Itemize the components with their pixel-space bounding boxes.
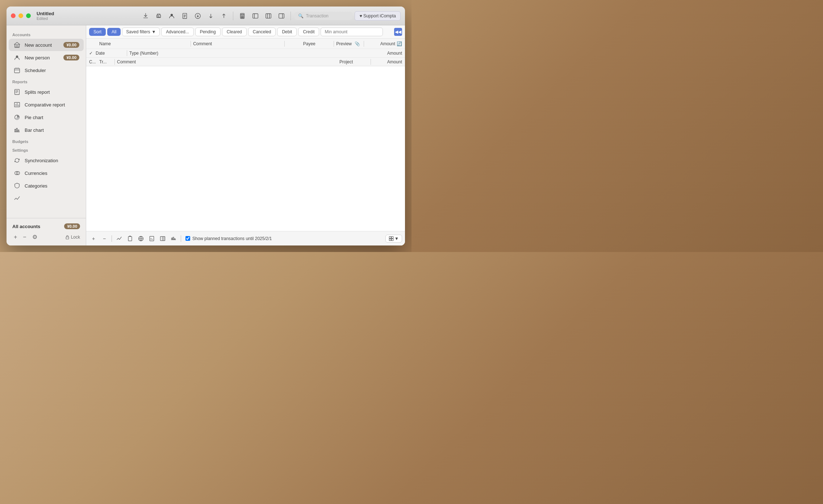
calendar-icon xyxy=(13,66,21,74)
col-header-amount2[interactable]: Amount xyxy=(373,51,402,56)
app-title-subtitle: Edited xyxy=(37,16,54,21)
sidebar-right-icon[interactable] xyxy=(276,10,287,21)
bar-chart-bottom-button[interactable] xyxy=(169,234,178,243)
sidebar-settings-button[interactable]: ⚙ xyxy=(31,233,39,241)
clipboard-button[interactable] xyxy=(126,234,134,243)
sidebar-item-bar-chart[interactable]: Bar chart xyxy=(9,124,84,136)
lock-label: Lock xyxy=(71,235,80,240)
sidebar-item-splits-report[interactable]: Splits report xyxy=(9,86,84,98)
sidebar-item-new-person[interactable]: New person ¥0.00 xyxy=(9,51,84,64)
divider3 xyxy=(334,41,334,47)
add-transaction-button[interactable]: + xyxy=(89,234,98,243)
support-button[interactable]: ♥ Support iCompta xyxy=(355,11,401,21)
sidebar-item-scheduler[interactable]: Scheduler xyxy=(9,64,84,76)
close-button[interactable] xyxy=(11,13,16,18)
sidebar-item-new-account[interactable]: New account ¥0.00 xyxy=(9,39,84,51)
col-header-type[interactable]: Type (Number) xyxy=(129,51,373,56)
min-amount-input[interactable] xyxy=(321,28,383,36)
svg-rect-25 xyxy=(128,236,132,241)
svg-rect-27 xyxy=(150,236,154,241)
planned-checkbox-input[interactable] xyxy=(185,236,190,241)
print-icon[interactable] xyxy=(153,10,164,21)
table-body xyxy=(86,66,405,231)
new-account-badge: ¥0.00 xyxy=(63,42,79,48)
sort-button[interactable]: Sort xyxy=(89,28,106,36)
filter-prev-button[interactable]: ◀◀ xyxy=(394,28,402,36)
col-header-comment2[interactable]: Comment xyxy=(117,59,339,64)
grid-view-button[interactable]: ▼ xyxy=(385,235,402,243)
col-header-project[interactable]: Project xyxy=(339,59,368,64)
arrow-up-icon[interactable] xyxy=(218,10,229,21)
sidebar-add-button[interactable]: + xyxy=(12,233,18,241)
advanced-filter-button[interactable]: Advanced... xyxy=(161,28,193,36)
sidebar-item-categories[interactable]: Categories xyxy=(9,180,84,192)
comparative-report-label: Comparative report xyxy=(25,102,79,108)
pie-chart-icon xyxy=(13,113,21,121)
maximize-button[interactable] xyxy=(26,13,31,18)
sync-icon xyxy=(13,156,21,164)
col-header-amount[interactable]: Amount xyxy=(366,41,395,46)
debit-filter-button[interactable]: Debit xyxy=(277,28,297,36)
globe-button[interactable] xyxy=(137,234,145,243)
sidebar-item-synchronization[interactable]: Synchronization xyxy=(9,154,84,167)
line-chart-button[interactable] xyxy=(115,234,124,243)
sidebar-item-comparative-report[interactable]: Comparative report xyxy=(9,98,84,111)
col-header-preview[interactable]: Preview xyxy=(336,41,352,46)
col-header-date[interactable]: Date xyxy=(96,51,125,56)
bottom-bar: + − xyxy=(86,231,405,245)
document-chart-button[interactable] xyxy=(147,234,156,243)
document-icon[interactable] xyxy=(179,10,190,21)
currencies-label: Currencies xyxy=(25,171,79,176)
sidebar-item-more-settings[interactable] xyxy=(9,192,84,205)
col-header-comment[interactable]: Comment xyxy=(193,41,282,46)
svg-point-9 xyxy=(241,17,242,17)
columns-button[interactable] xyxy=(158,234,167,243)
search-box[interactable]: 🔍 Transaction xyxy=(294,12,352,20)
separator-2 xyxy=(291,12,291,20)
credit-filter-button[interactable]: Credit xyxy=(298,28,319,36)
minimize-button[interactable] xyxy=(18,13,23,18)
sidebar-item-pie-chart[interactable]: Pie chart xyxy=(9,111,84,123)
trend-icon xyxy=(13,194,21,202)
col-header-amount3[interactable]: Amount xyxy=(373,59,402,64)
sidebar-middle-icon[interactable] xyxy=(263,10,274,21)
search-input[interactable]: Transaction xyxy=(306,13,328,18)
sidebar-item-currencies[interactable]: Currencies xyxy=(9,167,84,179)
planned-transactions-checkbox[interactable]: Show planned transactions until 2025/2/1 xyxy=(185,236,272,241)
currencies-icon xyxy=(13,169,21,177)
download-icon[interactable] xyxy=(140,10,151,21)
col-header-c[interactable]: C... xyxy=(89,59,99,64)
circle-down-icon[interactable] xyxy=(192,10,203,21)
pending-filter-button[interactable]: Pending xyxy=(195,28,221,36)
sidebar-left-icon[interactable] xyxy=(250,10,261,21)
svg-point-7 xyxy=(242,16,243,17)
col-header-payee[interactable]: Payee xyxy=(287,41,331,46)
canceled-filter-button[interactable]: Canceled xyxy=(248,28,276,36)
person-icon[interactable] xyxy=(166,10,177,21)
svg-rect-0 xyxy=(157,15,161,17)
divider4 xyxy=(364,41,364,47)
all-filter-button[interactable]: All xyxy=(107,28,121,36)
arrow-down-icon[interactable] xyxy=(205,10,216,21)
remove-transaction-button[interactable]: − xyxy=(100,234,109,243)
categories-label: Categories xyxy=(25,183,79,189)
col-header-tr[interactable]: Tr... xyxy=(99,59,112,64)
comparative-report-icon xyxy=(13,101,21,109)
reports-section-label: Reports xyxy=(7,77,86,85)
lock-button[interactable]: Lock xyxy=(65,235,80,240)
splits-report-icon xyxy=(13,88,21,96)
svg-rect-19 xyxy=(15,89,20,94)
saved-filters-button[interactable]: Saved filters ▼ xyxy=(122,28,160,36)
col-header-name[interactable]: Name xyxy=(99,41,188,46)
amount-sort-icon: 🔄 xyxy=(397,41,402,46)
svg-rect-12 xyxy=(253,13,258,18)
svg-rect-28 xyxy=(160,236,165,240)
cleared-filter-button[interactable]: Cleared xyxy=(222,28,247,36)
calculator-icon[interactable] xyxy=(237,10,248,21)
sidebar-remove-button[interactable]: − xyxy=(21,233,28,241)
divider5 xyxy=(127,50,127,56)
settings-section-label: Settings xyxy=(7,145,86,154)
bar-chart-label: Bar chart xyxy=(25,127,79,133)
titlebar: Untitled Edited xyxy=(7,7,405,25)
toolbar: 🔍 Transaction ♥ Support iCompta xyxy=(140,10,401,21)
